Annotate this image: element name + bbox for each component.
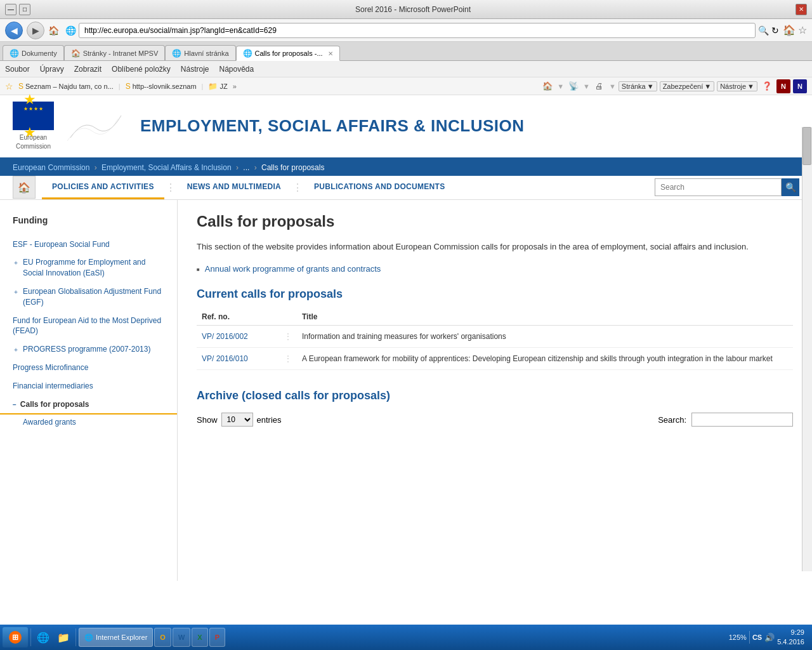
- back-button[interactable]: ◀: [5, 22, 23, 39]
- word-icon: W: [178, 633, 185, 641]
- zabezpeceni-btn[interactable]: Zabezpečení ▼: [660, 81, 715, 91]
- n-icon-2[interactable]: N: [793, 79, 807, 93]
- proposal-ref-1[interactable]: VP/ 2016/002: [202, 332, 248, 341]
- menu-soubor[interactable]: Soubor: [5, 65, 30, 74]
- sidebar-heading: Funding: [0, 210, 177, 235]
- menu-zobrazit[interactable]: Zobrazit: [74, 65, 102, 74]
- minimize-button[interactable]: —: [5, 4, 16, 15]
- expand-icon-progress: ＋: [13, 345, 19, 354]
- taskbar-word-app[interactable]: W: [173, 628, 190, 647]
- search-input[interactable]: [655, 178, 782, 196]
- sidebar-item-esf[interactable]: ESF - European Social Fund: [0, 235, 177, 254]
- taskbar-ppt-app[interactable]: P: [209, 628, 225, 647]
- system-tray: 125% CS 🔊 9:29 5.4.2016: [724, 628, 809, 647]
- menu-bar: Soubor Úpravy Zobrazit Oblíbené položky …: [0, 61, 812, 77]
- tab-intranet[interactable]: 🏠 Stránky - Intranet MPSV: [64, 45, 166, 60]
- fav-item-slovnik[interactable]: S http--slovnik.seznam: [126, 82, 197, 91]
- entries-label: entries: [257, 415, 282, 425]
- tab-hlavni[interactable]: 🌐 Hlavní stránka: [165, 45, 235, 60]
- eu-decoration: [64, 106, 128, 144]
- scrollbar[interactable]: [802, 127, 812, 571]
- breadcrumb-ellipsis: ...: [243, 163, 249, 172]
- n-icon-1[interactable]: N: [776, 79, 790, 93]
- current-section-title: Current calls for proposals: [197, 288, 793, 301]
- sidebar-item-calls[interactable]: − Calls for proposals: [0, 395, 177, 415]
- page-description: This section of the website provides inf…: [197, 241, 793, 253]
- windows-logo: ⊞: [9, 631, 22, 644]
- fav-icon-slovnik: S: [126, 82, 131, 91]
- fav-item-jz[interactable]: 📁 JZ: [208, 82, 227, 91]
- refresh-icon[interactable]: ↻: [771, 25, 779, 36]
- site-title: EMPLOYMENT, SOCIAL AFFAIRS & INCLUSION: [140, 116, 524, 136]
- home-addr-icon[interactable]: 🏠: [783, 24, 796, 36]
- search-nav-icon[interactable]: 🔍: [758, 25, 769, 36]
- nav-links: POLICIES AND ACTIVITIES ⋮ NEWS AND MULTI…: [42, 176, 655, 199]
- scrollbar-thumb[interactable]: [802, 127, 811, 165]
- tab-calls[interactable]: 🌐 Calls for proposals -... ✕: [236, 46, 340, 61]
- sidebar-item-awarded[interactable]: Awarded grants: [0, 415, 177, 430]
- home-nav-icon[interactable]: 🏠: [48, 25, 59, 36]
- close-button[interactable]: ✕: [796, 4, 807, 15]
- nav-publications[interactable]: PUBLICATIONS AND DOCUMENTS: [304, 176, 455, 199]
- sidebar-item-fead[interactable]: Fund for European Aid to the Most Depriv…: [0, 312, 177, 341]
- taskbar-excel-app[interactable]: X: [192, 628, 207, 647]
- sidebar: Funding ESF - European Social Fund ＋ EU …: [0, 200, 178, 581]
- address-bar: ◀ ▶ 🏠 🌐 🔍 ↻ 🏠 ☆: [0, 19, 812, 42]
- entries-select[interactable]: 10 25 50: [221, 413, 253, 427]
- sidebar-item-financial[interactable]: Financial intermediaries: [0, 377, 177, 395]
- url-input[interactable]: [79, 23, 756, 38]
- expand-icon-egf: ＋: [13, 288, 19, 296]
- star-addr-icon[interactable]: ☆: [798, 24, 807, 36]
- show-entries: Show 10 25 50 entries: [197, 413, 282, 427]
- nastroje-btn[interactable]: Nástroje ▼: [717, 81, 757, 91]
- search-button[interactable]: 🔍: [782, 178, 799, 196]
- fav-item-seznam[interactable]: S Seznam – Najdu tam, co n...: [18, 82, 114, 91]
- home-nav-button[interactable]: 🏠: [13, 176, 36, 199]
- taskbar-folder-icon[interactable]: 📁: [54, 628, 73, 647]
- col-sep: [279, 308, 297, 326]
- taskbar-outlook-app[interactable]: O: [154, 628, 171, 647]
- tab-icon-intranet: 🏠: [71, 49, 81, 58]
- sidebar-item-easi[interactable]: ＋ EU Programme for Employment and Social…: [0, 253, 177, 282]
- menu-napoveda[interactable]: Nápověda: [219, 65, 254, 74]
- forward-button[interactable]: ▶: [27, 22, 44, 39]
- archive-search: Search:: [658, 413, 793, 427]
- stránka-btn[interactable]: Stránka ▼: [619, 81, 657, 91]
- tab-dokumenty[interactable]: 🌐 Dokumenty: [3, 45, 64, 60]
- tray-volume-icon[interactable]: 🔊: [764, 633, 775, 642]
- nav-news[interactable]: NEWS AND MULTIMEDIA: [177, 176, 291, 199]
- sidebar-item-progress[interactable]: ＋ PROGRESS programme (2007-2013): [0, 340, 177, 359]
- taskbar-ie-icon[interactable]: 🌐: [34, 628, 53, 647]
- menu-nastroje[interactable]: Nástroje: [181, 65, 209, 74]
- outlook-icon: O: [160, 633, 166, 641]
- breadcrumb-employment[interactable]: Employment, Social Affairs & Inclusion: [102, 163, 232, 172]
- nav-policies[interactable]: POLICIES AND ACTIVITIES: [42, 176, 164, 199]
- rss-icon[interactable]: 📡: [566, 79, 580, 93]
- print-icon[interactable]: 🖨: [593, 79, 606, 93]
- title-bar: — □ Sorel 2016 - Microsoft PowerPoint ✕: [0, 0, 812, 19]
- home-toolbar-icon[interactable]: 🏠: [540, 79, 554, 93]
- menu-oblibene[interactable]: Oblíbené položky: [112, 65, 171, 74]
- proposal-ref-2[interactable]: VP/ 2016/010: [202, 354, 248, 363]
- tray-language[interactable]: CS: [752, 633, 762, 641]
- breadcrumb-bar: European Commission › Employment, Social…: [0, 159, 812, 176]
- table-row: VP/ 2016/010 ⋮ A European framework for …: [197, 348, 793, 370]
- tray-clock: 9:29 5.4.2016: [777, 628, 804, 647]
- breadcrumb-ec[interactable]: European Commission: [13, 163, 89, 172]
- taskbar-ie-app[interactable]: 🌐 Internet Explorer: [79, 628, 153, 647]
- sidebar-item-egf[interactable]: ＋ European Globalisation Adjustment Fund…: [0, 282, 177, 312]
- tab-close-icon[interactable]: ✕: [328, 50, 333, 57]
- sidebar-item-microfinance[interactable]: Progress Microfinance: [0, 359, 177, 377]
- col-refno: Ref. no.: [197, 308, 279, 326]
- annual-work-link[interactable]: Annual work programme of grants and cont…: [205, 264, 381, 274]
- archive-search-input[interactable]: [691, 413, 793, 427]
- taskbar-divider-2: [75, 628, 76, 646]
- start-button[interactable]: ⊞: [3, 627, 28, 647]
- maximize-button[interactable]: □: [19, 4, 30, 15]
- proposal-title-2: A European framework for mobility of app…: [297, 348, 793, 370]
- tab-icon-calls: 🌐: [243, 49, 252, 58]
- main-layout: Funding ESF - European Social Fund ＋ EU …: [0, 200, 812, 581]
- fav-more-btn[interactable]: »: [233, 83, 237, 90]
- help-icon[interactable]: ❓: [760, 79, 774, 93]
- menu-upravy[interactable]: Úpravy: [40, 65, 64, 74]
